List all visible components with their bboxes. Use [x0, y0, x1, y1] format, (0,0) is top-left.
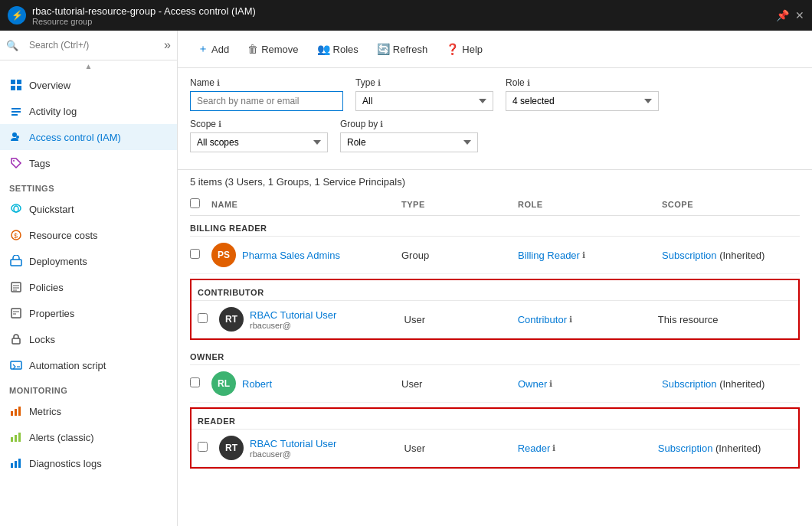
sidebar: 🔍 » ▲ Overview Activity log	[0, 31, 178, 526]
sidebar-item-resource-costs[interactable]: $ Resource costs	[0, 222, 177, 248]
scope-info-icon[interactable]: ℹ	[218, 119, 221, 129]
sidebar-item-locks[interactable]: Locks	[0, 326, 177, 352]
policies-icon	[9, 280, 23, 294]
row-checkbox[interactable]	[190, 249, 200, 259]
name-link[interactable]: Robert	[242, 378, 272, 390]
sidebar-item-policies-label: Policies	[29, 282, 64, 293]
close-icon[interactable]: ✕	[795, 9, 804, 21]
search-input[interactable]	[23, 37, 159, 54]
roles-button[interactable]: 👥 Roles	[309, 39, 366, 59]
row-checkbox[interactable]	[198, 442, 208, 452]
metrics-icon	[9, 404, 23, 418]
refresh-button[interactable]: 🔄 Refresh	[369, 39, 436, 59]
row-type: User	[404, 314, 512, 325]
name-filter-group: Name ℹ	[190, 77, 343, 111]
refresh-label: Refresh	[393, 44, 428, 55]
row-scope: This resource	[658, 314, 792, 325]
quickstart-icon	[9, 202, 23, 216]
sidebar-item-metrics[interactable]: Metrics	[0, 398, 177, 424]
type-filter-select[interactable]: All	[355, 91, 493, 111]
alerts-icon	[9, 430, 23, 444]
title-bar: ⚡ rbac-tutorial-resource-group - Access …	[0, 0, 812, 31]
sidebar-item-diagnostics[interactable]: Diagnostics logs	[0, 450, 177, 476]
groupby-filter-select[interactable]: Role	[340, 132, 478, 152]
name-link[interactable]: Pharma Sales Admins	[242, 250, 340, 261]
window-controls: 📌 ✕	[776, 9, 804, 21]
sidebar-item-automation-script[interactable]: Automation script	[0, 352, 177, 378]
add-button[interactable]: ＋ Add	[190, 38, 237, 60]
name-link[interactable]: RBAC Tutorial User	[250, 438, 336, 449]
role-info-icon[interactable]: ℹ	[527, 78, 530, 88]
header-name: NAME	[211, 200, 395, 209]
sidebar-item-activity-log[interactable]: Activity log	[0, 98, 177, 124]
contributor-label: CONTRIBUTOR	[192, 280, 798, 301]
scope-filter-select[interactable]: All scopes	[190, 132, 328, 152]
row-role[interactable]: Contributor ℹ	[518, 314, 652, 325]
sidebar-item-properties[interactable]: Properties	[0, 300, 177, 326]
sidebar-search-bar: 🔍 »	[0, 31, 177, 60]
header-check	[190, 198, 205, 211]
main-title: rbac-tutorial-resource-group - Access co…	[32, 5, 776, 17]
sidebar-item-access-control[interactable]: Access control (IAM)	[0, 124, 177, 150]
content-area: ＋ Add 🗑 Remove 👥 Roles 🔄 Refresh ❓ Help	[178, 31, 812, 526]
access-control-icon	[9, 130, 23, 144]
select-all-checkbox[interactable]	[190, 198, 200, 208]
reader-label: READER	[192, 409, 798, 430]
row-type: Group	[401, 250, 512, 261]
row-role[interactable]: Billing Reader ℹ	[518, 250, 656, 261]
filters-section: Name ℹ Type ℹ All Role	[178, 68, 812, 170]
role-info-icon[interactable]: ℹ	[569, 315, 572, 325]
svg-rect-32	[15, 461, 17, 468]
groupby-info-icon[interactable]: ℹ	[380, 119, 383, 129]
remove-button[interactable]: 🗑 Remove	[240, 39, 306, 59]
pin-icon[interactable]: 📌	[776, 9, 789, 21]
billing-reader-label: BILLING READER	[190, 216, 800, 237]
scope-link[interactable]: Subscription	[658, 443, 713, 454]
svg-rect-23	[11, 361, 21, 369]
row-checkbox[interactable]	[190, 377, 200, 387]
table-area: NAME TYPE ROLE SCOPE BILLING READER PS P…	[178, 194, 812, 526]
roles-label: Roles	[333, 44, 359, 55]
name-link[interactable]: RBAC Tutorial User	[250, 309, 336, 321]
scope-link[interactable]: Subscription	[662, 250, 717, 261]
name-info-icon[interactable]: ℹ	[217, 78, 220, 88]
row-role[interactable]: Reader ℹ	[518, 443, 652, 454]
type-info-icon[interactable]: ℹ	[378, 78, 381, 88]
row-check	[190, 377, 205, 390]
svg-rect-4	[11, 108, 21, 109]
roles-icon: 👥	[317, 43, 330, 55]
row-role[interactable]: Owner ℹ	[518, 378, 656, 390]
help-button[interactable]: ❓ Help	[438, 39, 490, 59]
role-info-icon[interactable]: ℹ	[582, 250, 585, 260]
search-icon: 🔍	[6, 40, 18, 51]
svg-point-7	[12, 132, 17, 137]
help-icon: ❓	[446, 43, 459, 55]
sidebar-item-deployments[interactable]: Deployments	[0, 248, 177, 274]
avatar: RT	[219, 307, 244, 332]
role-info-icon[interactable]: ℹ	[552, 443, 555, 453]
sidebar-item-properties-label: Properties	[29, 308, 74, 319]
role-filter-select[interactable]: 4 selected	[506, 91, 659, 111]
name-sub: rbacuser@	[250, 321, 336, 330]
svg-rect-19	[11, 309, 21, 318]
row-scope: Subscription (Inherited)	[662, 250, 800, 261]
scope-link[interactable]: Subscription	[662, 378, 717, 390]
name-filter-input[interactable]	[190, 91, 343, 111]
sidebar-item-quickstart[interactable]: Quickstart	[0, 196, 177, 222]
row-checkbox[interactable]	[198, 313, 208, 323]
sidebar-item-alerts[interactable]: Alerts (classic)	[0, 424, 177, 450]
monitoring-section-label: MONITORING	[0, 378, 177, 398]
tags-icon	[9, 156, 23, 170]
row-scope: Subscription (Inherited)	[658, 443, 792, 454]
sidebar-item-overview[interactable]: Overview	[0, 72, 177, 98]
deployments-icon	[9, 254, 23, 268]
scroll-up-icon[interactable]: ▲	[85, 62, 93, 70]
sidebar-item-deployments-label: Deployments	[29, 256, 87, 267]
sidebar-item-policies[interactable]: Policies	[0, 274, 177, 300]
toolbar: ＋ Add 🗑 Remove 👥 Roles 🔄 Refresh ❓ Help	[178, 31, 812, 68]
svg-rect-28	[11, 437, 13, 442]
collapse-button[interactable]: »	[164, 38, 171, 52]
sidebar-item-tags[interactable]: Tags	[0, 150, 177, 176]
role-info-icon[interactable]: ℹ	[549, 379, 552, 389]
sidebar-item-alerts-label: Alerts (classic)	[29, 432, 94, 443]
